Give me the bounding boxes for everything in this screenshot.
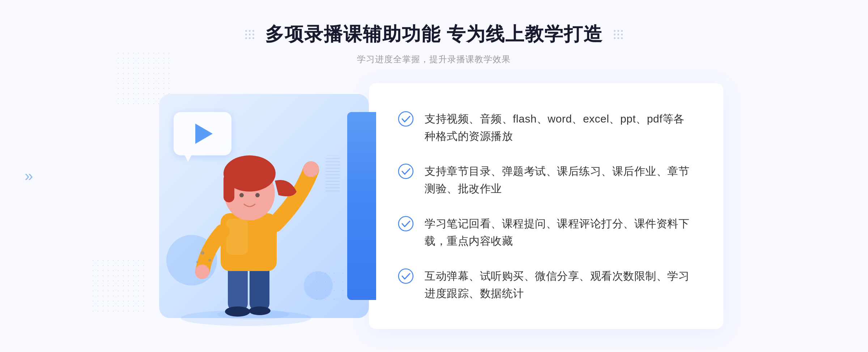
feature-text-2: 支持章节目录、弹题考试、课后练习、课后作业、章节测验、批改作业 bbox=[425, 163, 694, 197]
main-title: 多项录播课辅助功能 专为线上教学打造 bbox=[265, 22, 603, 47]
svg-point-21 bbox=[399, 216, 413, 231]
feature-item-4: 互动弹幕、试听购买、微信分享、观看次数限制、学习进度跟踪、数据统计 bbox=[398, 267, 694, 302]
feature-item-2: 支持章节目录、弹题考试、课后练习、课后作业、章节测验、批改作业 bbox=[398, 163, 694, 197]
illustration-panel bbox=[145, 83, 376, 329]
title-deco-left bbox=[245, 30, 254, 39]
svg-point-16 bbox=[201, 251, 204, 255]
svg-point-18 bbox=[196, 261, 198, 263]
chevron-decoration: » bbox=[25, 167, 30, 185]
title-section: 多项录播课辅助功能 专为线上教学打造 bbox=[245, 22, 623, 65]
page-container: » 多项 bbox=[0, 0, 868, 352]
content-area: 支持视频、音频、flash、word、excel、ppt、pdf等各种格式的资源… bbox=[145, 83, 723, 336]
character-illustration bbox=[166, 126, 347, 329]
feature-text-4: 互动弹幕、试听购买、微信分享、观看次数限制、学习进度跟踪、数据统计 bbox=[425, 267, 694, 302]
feature-item-3: 学习笔记回看、课程提问、课程评论打分、课件资料下载，重点内容收藏 bbox=[398, 215, 694, 250]
check-icon-4 bbox=[398, 268, 414, 284]
title-decoration: 多项录播课辅助功能 专为线上教学打造 bbox=[245, 22, 623, 47]
feature-text-1: 支持视频、音频、flash、word、excel、ppt、pdf等各种格式的资源… bbox=[425, 110, 694, 145]
feature-text-3: 学习笔记回看、课程提问、课程评论打分、课件资料下载，重点内容收藏 bbox=[425, 215, 694, 250]
svg-point-5 bbox=[249, 306, 271, 315]
svg-point-15 bbox=[255, 193, 260, 197]
blue-accent-bar bbox=[347, 112, 376, 300]
title-deco-right bbox=[614, 30, 623, 39]
check-icon-1 bbox=[398, 111, 414, 127]
svg-rect-7 bbox=[226, 219, 248, 255]
subtitle: 学习进度全掌握，提升录播课教学效果 bbox=[245, 53, 623, 65]
svg-point-19 bbox=[399, 112, 413, 126]
svg-point-14 bbox=[239, 193, 244, 197]
feature-item-1: 支持视频、音频、flash、word、excel、ppt、pdf等各种格式的资源… bbox=[398, 110, 694, 145]
svg-point-9 bbox=[195, 265, 209, 279]
check-icon-3 bbox=[398, 216, 414, 232]
dots-decoration-bottom-left bbox=[90, 258, 148, 316]
svg-point-20 bbox=[399, 164, 413, 179]
svg-point-22 bbox=[399, 269, 413, 283]
svg-point-4 bbox=[225, 306, 250, 317]
svg-point-8 bbox=[303, 161, 319, 177]
svg-point-17 bbox=[208, 259, 211, 262]
check-icon-2 bbox=[398, 163, 414, 179]
features-panel: 支持视频、音频、flash、word、excel、ppt、pdf等各种格式的资源… bbox=[369, 83, 723, 329]
svg-rect-13 bbox=[224, 173, 234, 202]
